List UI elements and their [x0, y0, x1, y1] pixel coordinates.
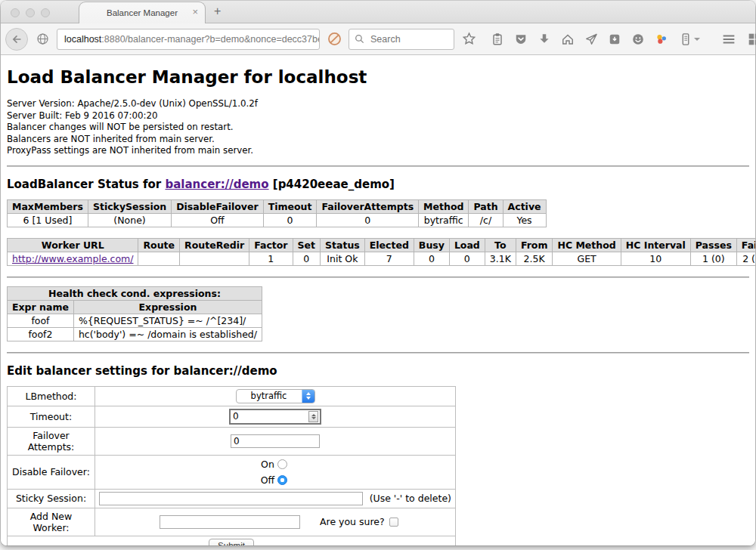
healthcheck-table: Health check cond. expressions: Expr nam…	[7, 286, 262, 341]
server-built: Server Built: Feb 9 2016 07:00:20	[7, 110, 749, 122]
colored-dots-extension-button[interactable]	[652, 29, 671, 49]
send-tab-button[interactable]	[582, 29, 600, 49]
failover-attempts-input[interactable]	[231, 434, 320, 448]
col-active: Active	[503, 199, 546, 213]
balancer-demo-link[interactable]: balancer://demo	[165, 178, 268, 191]
lbmethod-selected-value: bytraffic	[237, 391, 302, 401]
healthcheck-title: Health check cond. expressions:	[8, 286, 262, 300]
col-disablefailover: DisableFailover	[172, 199, 263, 213]
plugin-blocked-icon	[327, 31, 342, 47]
submit-button[interactable]: Submit	[209, 539, 254, 545]
page-content: Load Balancer Manager for localhost Serv…	[1, 56, 755, 545]
divider	[7, 277, 749, 278]
tab-bar: Balancer Manager × +	[1, 1, 755, 23]
search-input[interactable]	[369, 33, 441, 45]
reader-panel-button[interactable]	[676, 29, 702, 49]
balancer-settings-form: LBmethod: bytraffic Timeout:	[7, 386, 456, 545]
feedback-button[interactable]	[629, 29, 647, 49]
edit-settings-heading: Edit balancer settings for balancer://de…	[7, 364, 749, 378]
col-method: Method	[419, 199, 469, 213]
bookmarks-menu-button[interactable]	[488, 29, 507, 49]
square-download-icon	[607, 32, 622, 47]
table-header-row: Worker URL Route RouteRedir Factor Set S…	[8, 238, 756, 252]
pocket-icon	[513, 32, 528, 47]
form-row-lbmethod: LBmethod: bytraffic	[8, 386, 456, 406]
zoom-window-button[interactable]	[41, 8, 50, 17]
table-row: foof %{REQUEST_STATUS} =~ /^[234]/	[8, 314, 262, 327]
form-row-disable-failover: Disable Failover: On Off	[8, 455, 456, 489]
add-worker-input[interactable]	[160, 515, 300, 529]
downloads-button[interactable]	[535, 29, 553, 49]
tab-groups-button[interactable]	[745, 29, 756, 49]
tab-balancer-manager[interactable]: Balancer Manager ×	[79, 2, 206, 23]
timeout-label: Timeout:	[8, 406, 95, 427]
add-worker-label: Add New Worker:	[8, 508, 95, 536]
timeout-field[interactable]	[229, 409, 321, 425]
clipboard-icon	[490, 32, 505, 47]
colored-dots-icon	[654, 32, 669, 47]
chevron-down-icon	[694, 38, 700, 41]
page-title: Load Balancer Manager for localhost	[7, 67, 749, 87]
number-spinner-icon[interactable]	[308, 411, 318, 422]
url-bar[interactable]: localhost:8880/balancer-manager?b=demo&n…	[57, 29, 320, 50]
notice-persist: Balancer changes will NOT be persisted o…	[7, 122, 749, 134]
col-timeout: Timeout	[263, 199, 317, 213]
search-bar[interactable]	[349, 29, 454, 50]
new-tab-button[interactable]: +	[214, 5, 221, 18]
table-row: http://www.example.com/ 1 0 Init Ok 7 0 …	[8, 252, 756, 265]
radio-on-label: On	[261, 458, 274, 471]
divider	[7, 165, 749, 167]
divider	[7, 352, 749, 354]
panel-list-icon	[678, 32, 693, 47]
globe-icon	[36, 32, 50, 46]
bookmark-button[interactable]	[460, 29, 478, 49]
smiley-icon	[631, 32, 646, 47]
close-window-button[interactable]	[11, 8, 20, 17]
col-stickysession: StickySession	[88, 199, 171, 213]
lbmethod-label: LBmethod:	[8, 386, 95, 406]
table-header-row: Expr name Expression	[8, 300, 262, 314]
radio-off[interactable]	[277, 475, 287, 485]
back-button[interactable]	[5, 28, 28, 51]
tiles-grid-icon	[746, 31, 756, 48]
bookmark-star-icon	[461, 31, 477, 47]
failover-attempts-label: Failover Attempts:	[8, 427, 95, 455]
table-row: 6 [1 Used] (None) Off 0 0 bytraffic /c/ …	[8, 213, 547, 227]
browser-window: Balancer Manager × + localhost:8880/bala…	[1, 1, 755, 545]
notice-inherit: Balancers are NOT inherited from main se…	[7, 134, 749, 146]
site-identity-button[interactable]	[33, 29, 51, 49]
lbmethod-select[interactable]: bytraffic	[236, 389, 315, 403]
col-failoverattempts: FailoverAttempts	[317, 199, 419, 213]
worker-status-table: Worker URL Route RouteRedir Factor Set S…	[7, 238, 755, 266]
form-row-failover-attempts: Failover Attempts:	[8, 427, 456, 455]
download-arrow-icon	[537, 32, 552, 47]
pocket-button[interactable]	[512, 29, 530, 49]
search-icon	[354, 33, 365, 45]
extension-download-button[interactable]	[606, 29, 624, 49]
are-you-sure-label: Are you sure?	[320, 516, 385, 527]
timeout-input[interactable]	[231, 411, 308, 422]
col-maxmembers: MaxMembers	[8, 199, 88, 213]
form-row-timeout: Timeout:	[8, 406, 456, 427]
are-you-sure-checkbox[interactable]	[389, 518, 398, 527]
worker-url-link[interactable]: http://www.example.com/	[12, 253, 133, 264]
col-path: Path	[469, 199, 503, 213]
menu-button[interactable]	[717, 29, 740, 49]
table-header-row: MaxMembers StickySession DisableFailover…	[8, 199, 547, 213]
radio-off-label: Off	[261, 474, 274, 487]
home-icon	[560, 32, 575, 47]
server-version: Server Version: Apache/2.5.0-dev (Unix) …	[7, 98, 749, 110]
radio-on[interactable]	[277, 459, 287, 469]
navigation-toolbar: localhost:8880/balancer-manager?b=demo&n…	[1, 23, 755, 55]
form-row-sticky-session: Sticky Session: (Use '-' to delete)	[8, 489, 456, 508]
tab-close-icon[interactable]: ×	[192, 7, 198, 17]
form-row-add-worker: Add New Worker: Are you sure?	[8, 508, 456, 536]
minimize-window-button[interactable]	[26, 8, 35, 17]
home-button[interactable]	[559, 29, 577, 49]
url-domain: localhost	[64, 34, 101, 45]
sticky-session-input[interactable]	[99, 492, 363, 505]
form-row-submit: Submit	[8, 536, 456, 545]
tab-title: Balancer Manager	[107, 8, 178, 17]
table-title-row: Health check cond. expressions:	[8, 286, 262, 300]
plugin-blocked-button[interactable]	[325, 29, 343, 49]
